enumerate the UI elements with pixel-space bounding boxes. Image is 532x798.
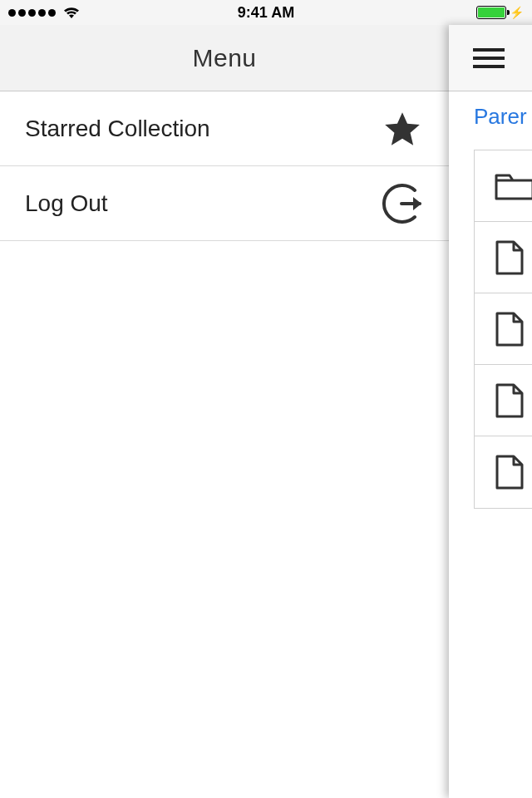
list-item[interactable] bbox=[475, 365, 532, 436]
hamburger-icon[interactable] bbox=[464, 25, 514, 91]
wifi-icon bbox=[62, 6, 81, 19]
signal-dots-icon bbox=[8, 9, 56, 17]
logout-icon bbox=[381, 182, 424, 225]
list-item[interactable] bbox=[475, 150, 532, 222]
folder-icon bbox=[495, 170, 532, 202]
charging-icon: ⚡ bbox=[510, 6, 524, 19]
menu-title: Menu bbox=[0, 25, 449, 91]
status-time: 9:41 AM bbox=[238, 4, 294, 22]
battery-icon bbox=[476, 6, 506, 19]
file-icon bbox=[495, 239, 525, 276]
content-panel: Parer bbox=[449, 25, 532, 798]
menu-item-logout[interactable]: Log Out bbox=[0, 166, 449, 241]
star-icon bbox=[381, 107, 424, 150]
file-icon bbox=[495, 454, 525, 490]
list-item[interactable] bbox=[475, 436, 532, 508]
menu-item-label: Log Out bbox=[25, 190, 108, 217]
menu-list: Starred Collection Log Out bbox=[0, 91, 449, 241]
breadcrumb[interactable]: Parer bbox=[449, 91, 532, 141]
file-icon bbox=[495, 311, 525, 347]
file-icon bbox=[495, 382, 525, 419]
menu-panel: Menu Starred Collection Log Out bbox=[0, 25, 449, 798]
list-item[interactable] bbox=[475, 293, 532, 365]
menu-item-starred[interactable]: Starred Collection bbox=[0, 91, 449, 166]
menu-item-label: Starred Collection bbox=[25, 116, 210, 142]
list-item[interactable] bbox=[475, 222, 532, 293]
content-list bbox=[474, 150, 532, 509]
status-bar: 9:41 AM ⚡ bbox=[0, 0, 532, 25]
content-navbar bbox=[449, 25, 532, 91]
